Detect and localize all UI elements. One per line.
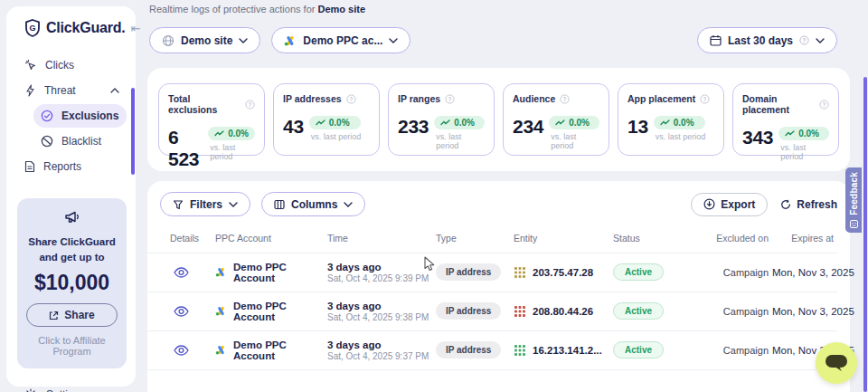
stat-period: vs. last period <box>434 132 485 150</box>
refresh-button[interactable]: Refresh <box>780 198 837 211</box>
stat-value: 6 523 <box>168 127 203 170</box>
stat-label: IP addresses <box>283 93 342 104</box>
excluded-on-value: Campaign <box>707 345 772 356</box>
page-subtitle-site: Demo site <box>317 4 365 14</box>
site-filter-dropdown[interactable]: Demo site <box>149 27 260 53</box>
column-header-time[interactable]: Time <box>327 233 436 244</box>
check-circle-icon <box>41 110 53 122</box>
sidebar-item-settings[interactable]: Settings <box>17 381 127 392</box>
sidebar-item-label: Exclusions <box>61 110 118 122</box>
funnel-icon <box>173 199 184 210</box>
help-circle-icon[interactable]: ? <box>445 94 455 104</box>
sidebar: G ClickGuard. ⇤ Clicks Threat Exclusions… <box>6 6 136 387</box>
ppc-account-name: Demo PPC Account <box>233 262 327 283</box>
ban-icon <box>41 135 53 148</box>
sidebar-collapse-icon[interactable]: ⇤ <box>131 22 141 35</box>
stat-period: vs. last period <box>654 132 706 141</box>
page-scrollbar[interactable] <box>863 77 867 392</box>
column-header-ppc-account[interactable]: PPC Account <box>215 233 327 244</box>
svg-text:?: ? <box>823 100 826 107</box>
ppc-account-name: Demo PPC Account <box>233 301 327 322</box>
stat-period: vs. last period <box>778 143 829 161</box>
column-header-expires-at[interactable]: Expires at <box>772 233 837 244</box>
column-header-type[interactable]: Type <box>436 233 514 244</box>
help-circle-icon[interactable]: ? <box>560 94 570 104</box>
stat-period: vs. last period <box>208 143 255 161</box>
help-circle-icon[interactable]: ? <box>346 94 356 104</box>
google-ads-icon <box>215 306 227 316</box>
share-button[interactable]: Share <box>26 303 118 327</box>
sidebar-item-clicks[interactable]: Clicks <box>17 53 127 77</box>
column-header-status[interactable]: Status <box>613 233 707 244</box>
details-eye-icon[interactable] <box>170 306 215 317</box>
date-range-label: Last 30 days <box>728 34 793 47</box>
cloud-download-icon <box>703 198 715 210</box>
affiliate-link-text: Click to Affiliate Program <box>26 335 118 357</box>
external-link-icon <box>49 311 59 320</box>
affiliate-promo-card[interactable]: Share ClickGuard and get up to $10,000 S… <box>17 198 127 368</box>
stat-delta-badge: 0.0% <box>549 116 599 129</box>
sidebar-item-reports[interactable]: Reports <box>17 155 127 178</box>
stat-label: Total exclusions <box>168 93 241 115</box>
entity-value: 16.213.141.2... <box>533 345 602 356</box>
column-header-entity[interactable]: Entity <box>514 233 613 244</box>
sidebar-item-label: Clicks <box>45 59 74 72</box>
sidebar-item-label: Blacklist <box>61 135 101 148</box>
svg-text:?: ? <box>563 95 567 101</box>
sidebar-scrollbar[interactable] <box>131 88 135 175</box>
svg-text:G: G <box>29 24 35 33</box>
filters-dropdown[interactable]: Filters <box>160 192 250 216</box>
stat-card-ip-addresses: IP addresses? 43 0.0% vs. last period <box>273 83 380 156</box>
feedback-tab[interactable]: Feedback <box>845 167 862 233</box>
help-circle-icon[interactable]: ? <box>245 100 255 110</box>
export-button[interactable]: Export <box>691 193 768 216</box>
type-badge: IP address <box>436 263 501 281</box>
svg-text:?: ? <box>448 95 452 101</box>
stat-delta-badge: 0.0% <box>208 127 255 140</box>
ppc-account-filter-dropdown[interactable]: Demo PPC ac... <box>271 27 410 53</box>
columns-label: Columns <box>291 198 337 211</box>
clickguard-shield-logo-icon: G <box>24 19 41 37</box>
stat-label: IP ranges <box>398 93 440 104</box>
sidebar-item-exclusions[interactable]: Exclusions <box>33 104 127 128</box>
time-exact: Sat, Oct 4, 2025 9:37 PM <box>327 351 436 361</box>
calendar-icon <box>710 34 722 46</box>
time-relative: 3 days ago <box>327 301 436 311</box>
time-relative: 3 days ago <box>327 339 436 350</box>
help-circle-icon[interactable]: ? <box>700 94 710 104</box>
stat-value: 343 <box>742 127 773 148</box>
table-header-row: Details PPC Account Time Type Entity Sta… <box>147 233 837 253</box>
globe-icon <box>162 34 175 47</box>
stat-delta-badge: 0.0% <box>434 116 485 129</box>
promo-amount: $10,000 <box>26 271 118 295</box>
column-header-details[interactable]: Details <box>170 233 215 244</box>
sidebar-item-threat[interactable]: Threat <box>17 79 127 102</box>
entity-identicon <box>514 266 526 279</box>
google-ads-icon <box>284 35 297 46</box>
time-relative: 3 days ago <box>327 262 436 272</box>
sidebar-item-blacklist[interactable]: Blacklist <box>33 129 127 153</box>
stat-period: vs. last period <box>309 132 362 141</box>
details-eye-icon[interactable] <box>170 345 215 356</box>
stat-label: Domain placement <box>742 93 815 115</box>
table-row: Demo PPC Account 3 days agoSat, Oct 4, 2… <box>147 253 837 292</box>
column-header-excluded-on[interactable]: Excluded on <box>707 233 772 244</box>
columns-dropdown[interactable]: Columns <box>261 192 365 216</box>
time-exact: Sat, Oct 4, 2025 9:38 PM <box>327 312 436 322</box>
expires-at-value: Mon, Nov 3, 2025 <box>772 306 854 317</box>
chevron-up-icon <box>110 88 119 93</box>
stat-delta-badge: 0.0% <box>654 116 706 129</box>
date-range-dropdown[interactable]: Last 30 days ? <box>697 27 837 53</box>
share-button-label: Share <box>64 309 94 321</box>
stats-panel: Total exclusions? 6 523 0.0% vs. last pe… <box>147 68 850 171</box>
chat-launcher-button[interactable] <box>816 342 857 384</box>
details-eye-icon[interactable] <box>170 267 215 278</box>
stat-value: 234 <box>513 116 543 138</box>
document-icon <box>24 160 35 173</box>
time-exact: Sat, Oct 4, 2025 9:39 PM <box>327 273 436 283</box>
sidebar-item-label: Reports <box>43 160 81 173</box>
google-ads-icon <box>215 267 227 277</box>
stat-value: 233 <box>398 116 429 138</box>
chevron-down-icon <box>344 202 353 207</box>
help-circle-icon[interactable]: ? <box>819 100 829 110</box>
